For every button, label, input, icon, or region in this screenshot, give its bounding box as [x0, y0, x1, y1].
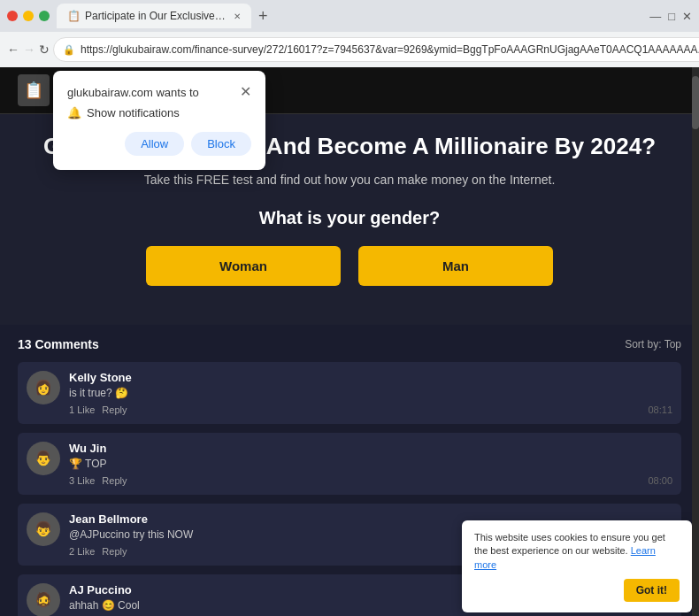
forward-button[interactable]: →	[23, 37, 35, 62]
notification-header: glukubairaw.com wants to ✕	[67, 85, 251, 99]
commenter-name: Wu Jin	[69, 442, 672, 455]
like-button[interactable]: 2 Like	[69, 546, 95, 557]
close-icon[interactable]: ✕	[682, 10, 692, 23]
comment-item: 👩 Kelly Stone is it true? 🤔 1 Like Reply…	[18, 362, 681, 424]
notification-row: 🔔 Show notifications	[67, 106, 251, 119]
bell-icon: 🔔	[67, 106, 81, 119]
comment-footer: 1 Like Reply 08:11	[69, 404, 672, 415]
allow-notifications-button[interactable]: Allow	[125, 132, 184, 156]
comment-time: 08:11	[648, 404, 672, 415]
block-notifications-button[interactable]: Block	[191, 132, 251, 156]
minimize-icon[interactable]: —	[649, 10, 661, 23]
tab-label: Participate in Our Exclusive O...	[85, 10, 228, 22]
like-button[interactable]: 1 Like	[69, 404, 95, 415]
comment-text: 🏆 TOP	[69, 458, 672, 470]
comment-actions: 3 Like Reply	[69, 475, 127, 486]
restore-icon[interactable]: □	[668, 10, 675, 23]
avatar: 🧔	[27, 583, 60, 616]
tab-close-button[interactable]: ✕	[234, 12, 241, 21]
tab-favicon: 📋	[67, 10, 80, 22]
comment-body: Wu Jin 🏆 TOP 3 Like Reply 08:00	[69, 442, 672, 486]
avatar: 👩	[27, 371, 60, 404]
comment-item: 👨 Wu Jin 🏆 TOP 3 Like Reply 08:00	[18, 433, 681, 495]
woman-button[interactable]: Woman	[146, 246, 341, 286]
cookie-text: This website uses cookies to ensure you …	[474, 531, 680, 572]
reload-button[interactable]: ↻	[39, 37, 50, 62]
comments-sort: Sort by: Top	[625, 338, 681, 350]
comment-actions: 2 Like Reply	[69, 546, 127, 557]
gender-question: What is your gender?	[27, 208, 672, 228]
address-bar[interactable]: 🔒 https://glukubairaw.com/finance-survey…	[53, 37, 699, 62]
comments-count: 13 Comments	[18, 337, 99, 351]
avatar: 👨	[27, 442, 60, 475]
browser-window: 📋 Participate in Our Exclusive O... ✕ + …	[0, 0, 699, 67]
comment-footer: 3 Like Reply 08:00	[69, 475, 672, 486]
comments-header: 13 Comments Sort by: Top	[18, 337, 681, 351]
reply-button[interactable]: Reply	[102, 475, 127, 486]
hero-subtitle: Take this FREE test and find out how you…	[27, 173, 672, 187]
title-bar: 📋 Participate in Our Exclusive O... ✕ + …	[0, 0, 699, 32]
commenter-name: Kelly Stone	[69, 371, 672, 384]
man-button[interactable]: Man	[358, 246, 553, 286]
comment-actions: 1 Like Reply	[69, 404, 127, 415]
notification-description: Show notifications	[87, 106, 180, 119]
new-tab-button[interactable]: +	[258, 7, 268, 26]
comment-time: 08:00	[648, 475, 672, 486]
notification-title: glukubairaw.com wants to	[67, 86, 199, 99]
traffic-lights	[7, 11, 50, 21]
page-content: glukubairaw.com wants to ✕ 🔔 Show notifi…	[0, 67, 699, 616]
scrollbar-thumb[interactable]	[692, 76, 699, 129]
notification-close-button[interactable]: ✕	[240, 85, 251, 99]
cookie-banner: This website uses cookies to ensure you …	[462, 520, 692, 612]
lock-icon: 🔒	[63, 44, 75, 56]
notification-buttons: Allow Block	[67, 132, 251, 156]
scrollbar[interactable]	[692, 67, 699, 616]
close-window-button[interactable]	[7, 11, 18, 21]
browser-tab[interactable]: 📋 Participate in Our Exclusive O... ✕	[57, 4, 251, 28]
reply-button[interactable]: Reply	[102, 546, 127, 557]
comment-text: is it true? 🤔	[69, 387, 672, 399]
maximize-window-button[interactable]	[39, 11, 50, 21]
notification-popup: glukubairaw.com wants to ✕ 🔔 Show notifi…	[53, 71, 265, 170]
avatar: 👦	[27, 512, 60, 546]
nav-bar: ← → ↻ 🔒 https://glukubairaw.com/finance-…	[0, 32, 699, 67]
gender-buttons: Woman Man	[27, 246, 672, 286]
like-button[interactable]: 3 Like	[69, 475, 95, 486]
comment-body: Kelly Stone is it true? 🤔 1 Like Reply 0…	[69, 371, 672, 415]
logo-icon: 📋	[18, 74, 50, 106]
url-text: https://glukubairaw.com/finance-survey/2…	[81, 43, 699, 56]
minimize-window-button[interactable]	[23, 11, 34, 21]
reply-button[interactable]: Reply	[102, 404, 127, 415]
cookie-accept-button[interactable]: Got it!	[624, 579, 680, 602]
back-button[interactable]: ←	[7, 37, 19, 62]
